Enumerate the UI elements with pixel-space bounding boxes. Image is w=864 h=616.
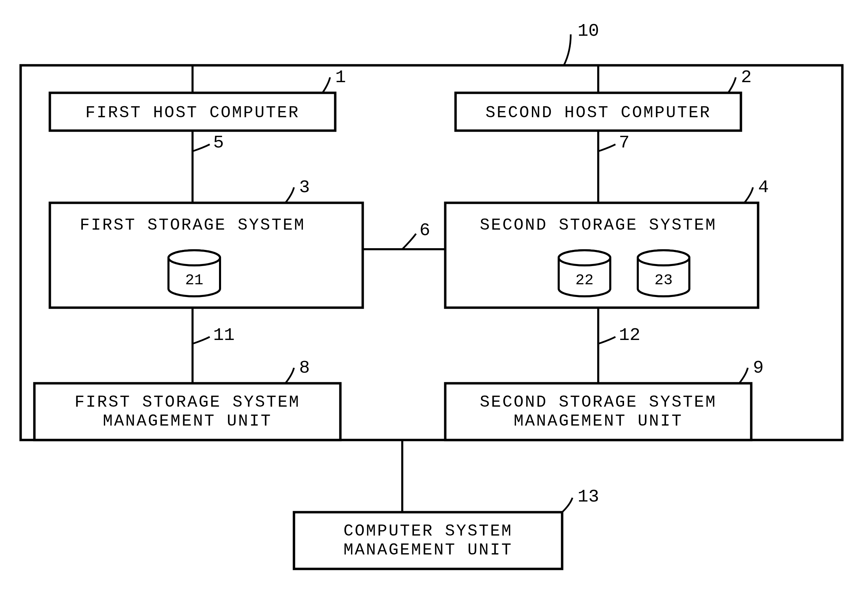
ref-2: 2 [741,68,752,88]
leader-10 [564,35,571,65]
ref-3: 3 [299,178,310,198]
svg-point-1 [168,250,220,266]
mgmt1-label-l2: MANAGEMENT UNIT [103,412,272,431]
storage1-label: FIRST STORAGE SYSTEM [80,216,305,234]
volume-21: 21 [168,250,220,296]
ref-23: 23 [655,272,673,289]
host1-label: FIRST HOST COMPUTER [85,104,300,122]
leader-13 [562,498,572,512]
ref-13: 13 [578,487,599,507]
ref-9: 9 [753,358,763,378]
storage2-label: SECOND STORAGE SYSTEM [480,216,717,234]
svg-point-5 [638,250,690,266]
ref-8: 8 [299,358,310,378]
csmu-label-l1: COMPUTER SYSTEM [344,522,513,541]
mgmt1-label-l1: FIRST STORAGE SYSTEM [75,393,300,412]
system-diagram: 10 5 7 6 11 12 FIRST HOST COMPUTER 1 SEC… [0,0,864,616]
ref-10: 10 [578,21,599,41]
ref-5: 5 [213,133,224,153]
volume-22: 22 [559,250,610,296]
ref-1: 1 [335,68,346,88]
ref-12: 12 [619,325,640,346]
mgmt2-label-l1: SECOND STORAGE SYSTEM [480,393,717,412]
ref-7: 7 [619,133,630,153]
ref-11: 11 [213,325,234,346]
volume-23: 23 [638,250,690,296]
ref-6: 6 [419,220,430,240]
csmu-label-l2: MANAGEMENT UNIT [344,541,513,559]
mgmt2-label-l2: MANAGEMENT UNIT [514,412,683,431]
ref-4: 4 [758,178,769,198]
svg-point-3 [559,250,610,266]
ref-21: 21 [185,272,204,289]
ref-22: 22 [575,272,594,289]
host2-label: SECOND HOST COMPUTER [485,104,711,122]
